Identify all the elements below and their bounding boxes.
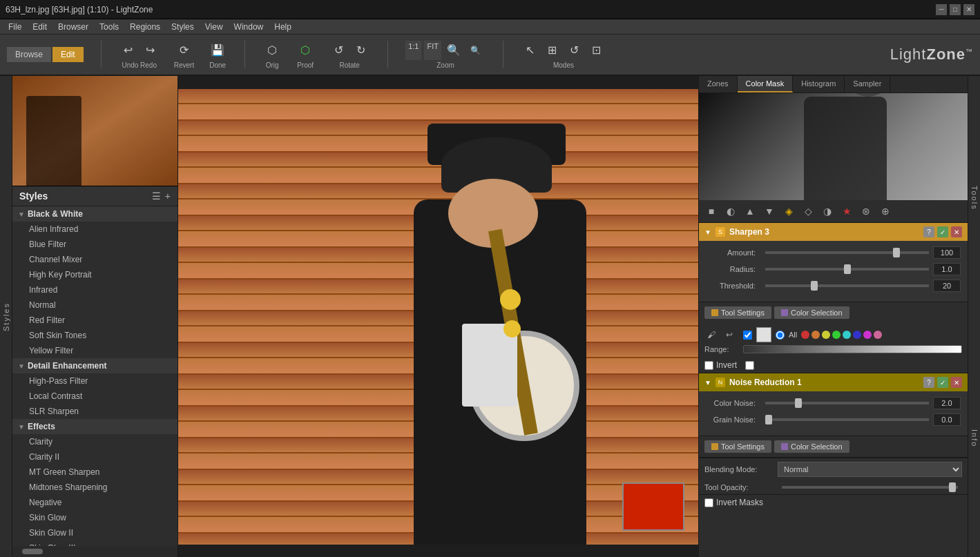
- amount-thumb[interactable]: [893, 248, 900, 257]
- menu-styles[interactable]: Styles: [166, 21, 200, 33]
- style-yellow-filter[interactable]: Yellow Filter: [12, 343, 177, 358]
- style-channel-mixer[interactable]: Channel Mixer: [12, 252, 177, 267]
- style-infrared[interactable]: Infrared: [12, 282, 177, 297]
- nr-color-selection-btn[interactable]: Color Selection: [774, 440, 849, 453]
- nr-close-btn[interactable]: ✕: [951, 377, 962, 388]
- style-negative[interactable]: Negative: [12, 495, 177, 510]
- radius-value[interactable]: 1.0: [933, 263, 961, 275]
- opacity-thumb[interactable]: [949, 482, 956, 492]
- style-blue-filter[interactable]: Blue Filter: [12, 237, 177, 252]
- threshold-value[interactable]: 20: [933, 280, 961, 292]
- color-noise-track[interactable]: [765, 402, 929, 404]
- style-local-contrast[interactable]: Local Contrast: [12, 389, 177, 404]
- tab-color-mask[interactable]: Color Mask: [738, 76, 794, 92]
- sharpen-check-btn[interactable]: ✓: [937, 226, 948, 237]
- modes-group[interactable]: ↖ ⊞ ↺ ⊡ Modes: [521, 41, 606, 69]
- color-dot-green[interactable]: [832, 331, 840, 339]
- done-group[interactable]: 💾 Done: [208, 41, 227, 69]
- category-detail-enhancement[interactable]: ▼ Detail Enhancement: [12, 358, 177, 373]
- tool-icon-halfcircle[interactable]: ◑: [819, 203, 836, 219]
- style-soft-skin-tones[interactable]: Soft Skin Tones: [12, 328, 177, 343]
- radius-thumb[interactable]: [844, 264, 851, 274]
- style-high-key-portrait[interactable]: High Key Portrait: [12, 267, 177, 282]
- tool-icon-plus[interactable]: ⊕: [877, 203, 894, 219]
- color-check-checkbox[interactable]: [743, 331, 752, 340]
- amount-value[interactable]: 100: [933, 246, 961, 259]
- nr-help-btn[interactable]: ?: [923, 377, 934, 388]
- color-dot-yellow[interactable]: [822, 331, 830, 339]
- sharpen-close-btn[interactable]: ✕: [951, 226, 962, 237]
- menu-file[interactable]: File: [3, 21, 27, 33]
- nr-check-btn[interactable]: ✓: [937, 377, 948, 388]
- color-dot-violet[interactable]: [863, 331, 872, 339]
- radius-track[interactable]: [765, 268, 929, 271]
- tab-zones[interactable]: Zones: [699, 76, 738, 92]
- color-noise-thumb[interactable]: [795, 398, 802, 408]
- all-radio[interactable]: [776, 331, 785, 340]
- tab-histogram[interactable]: Histogram: [793, 76, 845, 92]
- nr-expand-arrow[interactable]: ▼: [704, 379, 711, 387]
- tool-icon-star[interactable]: ★: [838, 203, 855, 219]
- zoom-fit[interactable]: FIT: [424, 41, 441, 60]
- color-dot-pink[interactable]: [874, 331, 882, 339]
- close-button[interactable]: ✕: [963, 4, 974, 15]
- invert-checkbox[interactable]: [704, 361, 713, 370]
- zoom-in-icon[interactable]: 🔍: [444, 41, 463, 60]
- grain-noise-thumb[interactable]: [765, 415, 772, 424]
- styles-add-icon[interactable]: +: [165, 190, 171, 202]
- style-mt-green-sharpen[interactable]: MT Green Sharpen: [12, 465, 177, 480]
- invert-masks-checkbox[interactable]: [704, 498, 713, 507]
- tool-icon-color[interactable]: ◈: [780, 203, 797, 219]
- color-noise-value[interactable]: 2.0: [933, 397, 961, 409]
- menu-edit[interactable]: Edit: [27, 21, 52, 33]
- style-slr-sharpen[interactable]: SLR Sharpen: [12, 404, 177, 419]
- style-skin-glow-iii[interactable]: Skin Glow III: [12, 540, 177, 546]
- color-dot-orange[interactable]: [811, 331, 820, 339]
- tool-icon-triangle-up[interactable]: ▲: [742, 203, 758, 219]
- minimize-button[interactable]: ─: [936, 4, 947, 15]
- menu-view[interactable]: View: [200, 21, 229, 33]
- undo-redo-group[interactable]: ↩ ↪ Undo Redo: [119, 41, 160, 69]
- invert2-checkbox[interactable]: [745, 361, 754, 370]
- category-black-white[interactable]: ▼ Black & White: [12, 206, 177, 222]
- color-dropper-icon[interactable]: ↩: [722, 328, 736, 342]
- tool-icon-diamond[interactable]: ◇: [800, 203, 816, 219]
- blend-mode-select[interactable]: Normal Multiply Screen Overlay Soft Ligh…: [778, 462, 962, 477]
- menu-help[interactable]: Help: [269, 21, 297, 33]
- nr-tool-settings-btn[interactable]: Tool Settings: [704, 440, 771, 453]
- menu-browser[interactable]: Browser: [52, 21, 94, 33]
- sharpen-tool-settings-btn[interactable]: Tool Settings: [704, 306, 771, 319]
- proof-group[interactable]: ⬡ Proof: [296, 41, 315, 69]
- range-slider[interactable]: [743, 345, 962, 353]
- tool-icon-rect[interactable]: ■: [703, 203, 720, 219]
- color-dot-blue[interactable]: [853, 331, 861, 339]
- grain-noise-track[interactable]: [765, 418, 929, 421]
- styles-list-icon[interactable]: ☰: [152, 190, 161, 202]
- style-midtones-sharpening[interactable]: Midtones Sharpening: [12, 480, 177, 495]
- edit-button[interactable]: Edit: [52, 47, 84, 62]
- zoom-1to1[interactable]: 1:1: [405, 41, 421, 60]
- menu-regions[interactable]: Regions: [124, 21, 166, 33]
- horizontal-scrollbar[interactable]: [12, 546, 177, 557]
- sharpen-help-btn[interactable]: ?: [923, 226, 934, 237]
- paint-brush-icon[interactable]: 🖌: [704, 328, 718, 342]
- zoom-out-icon[interactable]: 🔍: [466, 41, 486, 60]
- style-clarity[interactable]: Clarity: [12, 434, 177, 449]
- amount-track[interactable]: [765, 251, 929, 254]
- rotate-group[interactable]: ↺ ↻ Rotate: [329, 41, 370, 69]
- threshold-thumb[interactable]: [811, 281, 818, 291]
- revert-group[interactable]: ⟳ Revert: [174, 41, 194, 69]
- color-dot-red[interactable]: [801, 331, 809, 339]
- category-effects[interactable]: ▼ Effects: [12, 419, 177, 434]
- color-dot-cyan[interactable]: [843, 331, 851, 339]
- style-skin-glow[interactable]: Skin Glow: [12, 510, 177, 525]
- browse-button[interactable]: Browse: [7, 47, 51, 62]
- menu-tools[interactable]: Tools: [94, 21, 124, 33]
- grain-noise-value[interactable]: 0.0: [933, 413, 961, 426]
- threshold-track[interactable]: [765, 284, 929, 287]
- orig-group[interactable]: ⬡ Orig: [262, 41, 282, 69]
- sharpen-color-selection-btn[interactable]: Color Selection: [774, 306, 849, 319]
- menu-window[interactable]: Window: [229, 21, 269, 33]
- tool-icon-triangle-down[interactable]: ▼: [761, 203, 778, 219]
- tool-icon-circle[interactable]: ◐: [722, 203, 739, 219]
